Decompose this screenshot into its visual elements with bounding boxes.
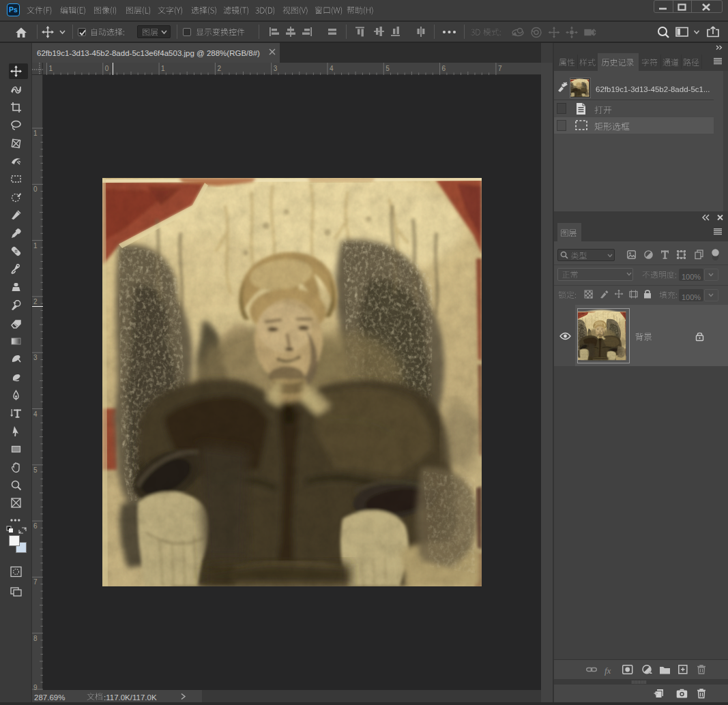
svg-text:5: 5: [33, 466, 38, 474]
svg-text:3: 3: [33, 354, 38, 361]
svg-text:3: 3: [274, 65, 278, 72]
svg-text:2: 2: [217, 65, 221, 72]
svg-text:0: 0: [33, 185, 38, 193]
svg-text:6: 6: [33, 522, 38, 530]
svg-text:4: 4: [330, 65, 334, 72]
svg-text:4: 4: [33, 410, 38, 418]
svg-text:8: 8: [33, 635, 38, 642]
svg-text:7: 7: [498, 65, 502, 72]
svg-text:7: 7: [33, 578, 38, 586]
svg-text:0: 0: [105, 65, 109, 72]
svg-text:5: 5: [385, 65, 390, 72]
svg-text:6: 6: [442, 65, 446, 72]
svg-text:1: 1: [49, 65, 53, 72]
svg-text:2: 2: [33, 298, 38, 305]
svg-text:1: 1: [33, 242, 38, 250]
svg-text:1: 1: [161, 65, 165, 72]
svg-text:1: 1: [33, 130, 38, 137]
